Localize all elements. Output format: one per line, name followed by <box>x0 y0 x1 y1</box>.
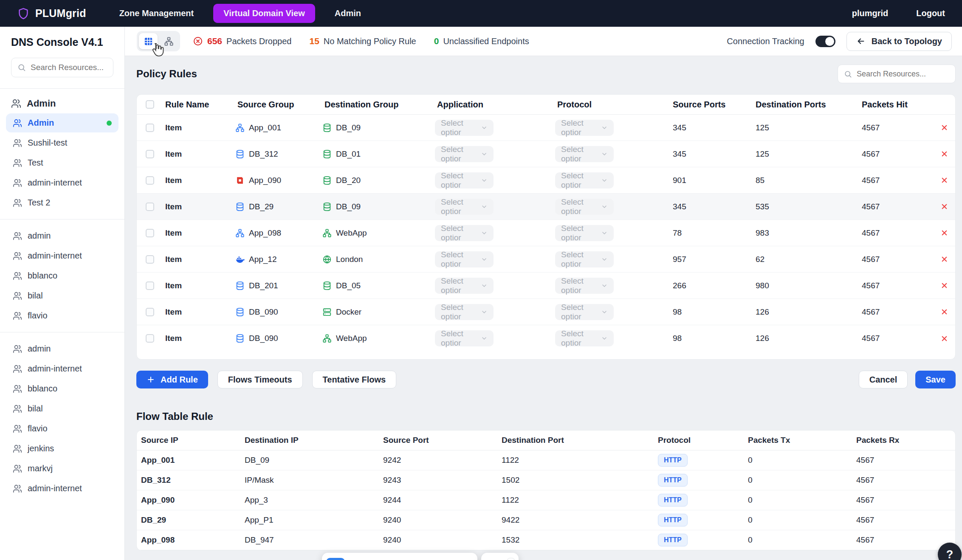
delete-rule-button[interactable] <box>940 335 948 343</box>
application-select[interactable]: Select optior <box>435 225 494 241</box>
row-checkbox[interactable] <box>146 124 154 132</box>
protocol-select[interactable]: Select optior <box>555 225 614 241</box>
table-view-button[interactable] <box>139 33 158 49</box>
sidebar-item-bblanco[interactable]: bblanco <box>6 379 118 398</box>
delete-rule-button[interactable] <box>940 281 948 290</box>
protocol-select[interactable]: Select optior <box>555 251 614 267</box>
sidebar-item-admin-internet[interactable]: admin-internet <box>6 479 118 498</box>
row-select-cell <box>137 281 163 290</box>
application-select[interactable]: Select optior <box>435 330 494 346</box>
delete-rule-button[interactable] <box>940 150 948 158</box>
sidebar-item-label: flavio <box>28 424 48 433</box>
tentative-flows-button[interactable]: Tentative Flows <box>312 371 397 388</box>
sidebar-item-test-2[interactable]: Test 2 <box>6 193 118 212</box>
delete-rule-button[interactable] <box>940 229 948 237</box>
connection-tracking-toggle[interactable] <box>815 36 835 47</box>
back-to-topology-button[interactable]: Back to Topology <box>846 32 952 51</box>
row-checkbox[interactable] <box>146 229 154 237</box>
delete-rule-button[interactable] <box>940 308 948 316</box>
cursor-tool-button[interactable] <box>326 558 345 560</box>
protocol-select[interactable]: Select optior <box>555 330 614 346</box>
delete-rule-button[interactable] <box>940 255 948 263</box>
database-icon <box>322 176 332 185</box>
application-select[interactable]: Select optior <box>435 172 494 189</box>
select-placeholder: Select optior <box>441 224 481 242</box>
policy-search[interactable] <box>838 65 956 83</box>
sidebar-item-jenkins[interactable]: jenkins <box>6 439 118 458</box>
sidebar-item-flavio[interactable]: flavio <box>6 419 118 438</box>
source-group-label: DB_090 <box>249 307 278 317</box>
sidebar-item-sushil-test[interactable]: Sushil-test <box>6 133 118 152</box>
sidebar-item-bilal[interactable]: bilal <box>6 286 118 305</box>
sidebar-item-admin[interactable]: Admin <box>6 113 118 132</box>
delete-rule-button[interactable] <box>940 203 948 211</box>
nav-item-zone-management[interactable]: Zone Management <box>119 8 194 18</box>
flow-destination-ip-cell: DB_947 <box>240 535 379 545</box>
sidebar-search-input[interactable] <box>31 63 107 72</box>
row-checkbox[interactable] <box>146 334 154 343</box>
nav-username[interactable]: plumgrid <box>852 8 889 18</box>
sidebar-item-bilal[interactable]: bilal <box>6 399 118 418</box>
sidebar-item-admin-internet[interactable]: admin-internet <box>6 246 118 265</box>
sidebar-item-admin-internet[interactable]: admin-internet <box>6 173 118 192</box>
sidebar-item-bblanco[interactable]: bblanco <box>6 266 118 285</box>
application-select[interactable]: Select optior <box>435 146 494 162</box>
sidebar-item-admin[interactable]: admin <box>6 226 118 245</box>
policy-search-input[interactable] <box>857 70 949 79</box>
row-checkbox[interactable] <box>146 150 154 158</box>
row-select-cell <box>137 308 163 316</box>
protocol-select[interactable]: Select optior <box>555 146 614 162</box>
row-checkbox[interactable] <box>146 281 154 290</box>
image-tool-button[interactable] <box>371 558 390 560</box>
sidebar-item-label: bilal <box>28 291 43 301</box>
topology-view-button[interactable] <box>159 33 178 49</box>
protocol-select[interactable]: Select optior <box>555 172 614 189</box>
plus-tool-button[interactable] <box>485 558 504 560</box>
row-checkbox[interactable] <box>146 203 154 211</box>
sidebar-search[interactable] <box>11 58 113 77</box>
flow-column-header-source-ip: Source IP <box>137 436 240 445</box>
users-icon <box>13 198 22 208</box>
application-cell: Select optior <box>435 146 555 162</box>
rule-name-cell: Item <box>163 176 235 185</box>
application-select[interactable]: Select optior <box>435 278 494 294</box>
heading-tool-button[interactable] <box>349 558 367 560</box>
flow-packets-rx-cell: 4567 <box>852 476 955 485</box>
sidebar-item-admin-internet[interactable]: admin-internet <box>6 359 118 378</box>
protocol-select[interactable]: Select optior <box>555 278 614 294</box>
delete-rule-button[interactable] <box>940 176 948 184</box>
sidebar-item-flavio[interactable]: flavio <box>6 306 118 325</box>
application-select[interactable]: Select optior <box>435 120 494 136</box>
nav-item-admin[interactable]: Admin <box>335 8 361 18</box>
application-select[interactable]: Select optior <box>435 199 494 215</box>
add-rule-button[interactable]: Add Rule <box>136 371 208 388</box>
application-select[interactable]: Select optior <box>435 304 494 320</box>
logout-link[interactable]: Logout <box>916 8 945 18</box>
shapes-tool-button[interactable] <box>439 558 457 560</box>
delete-rule-button[interactable] <box>940 124 948 132</box>
protocol-select[interactable]: Select optior <box>555 199 614 215</box>
table-icon <box>144 37 153 46</box>
application-cell: Select optior <box>435 251 555 267</box>
status-stat-packets-dropped: 656Packets Dropped <box>193 36 291 46</box>
pen-tool-button[interactable] <box>394 558 412 560</box>
application-select[interactable]: Select optior <box>435 251 494 267</box>
sidebar-item-admin[interactable]: admin <box>6 339 118 358</box>
protocol-select[interactable]: Select optior <box>555 304 614 320</box>
sidebar-item-test[interactable]: Test <box>6 153 118 172</box>
protocol-select[interactable]: Select optior <box>555 120 614 136</box>
row-checkbox[interactable] <box>146 255 154 264</box>
page-thumbnail[interactable] <box>507 558 515 560</box>
sitemap-icon <box>235 228 245 238</box>
save-button[interactable]: Save <box>915 371 956 388</box>
delete-cell <box>933 308 955 316</box>
person-tool-button[interactable] <box>461 558 480 560</box>
list-tool-button[interactable] <box>416 558 435 560</box>
row-checkbox[interactable] <box>146 308 154 316</box>
nav-item-virtual-domain-view[interactable]: Virtual Domain View <box>213 4 315 23</box>
sidebar-item-markvj[interactable]: markvj <box>6 459 118 478</box>
select-all-checkbox[interactable] <box>146 100 154 109</box>
cancel-button[interactable]: Cancel <box>859 371 908 388</box>
row-checkbox[interactable] <box>146 176 154 185</box>
flows-timeouts-button[interactable]: Flows Timeouts <box>217 371 303 388</box>
